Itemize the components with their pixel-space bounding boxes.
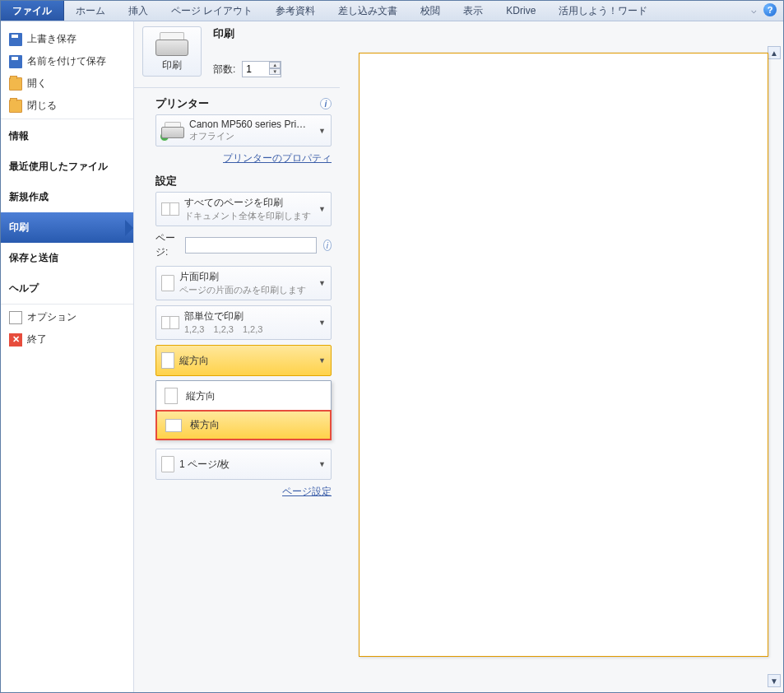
tab-mailings[interactable]: 差し込み文書	[327, 1, 409, 21]
tab-review[interactable]: 校閲	[409, 1, 452, 21]
orientation-option-landscape[interactable]: 横方向	[155, 410, 332, 440]
orientation-landscape-icon	[165, 419, 182, 432]
copies-down-button[interactable]: ▼	[269, 68, 281, 75]
duplex-sub: ページの片面のみを印刷します	[179, 284, 306, 296]
saveas-icon	[9, 55, 22, 68]
sidebar-label: 終了	[27, 333, 47, 346]
ribbon-collapse-icon[interactable]: ⌵	[751, 5, 757, 16]
option-label: 横方向	[190, 418, 220, 432]
print-title: 印刷	[213, 26, 332, 41]
app-root: ファイル ホーム 挿入 ページ レイアウト 参考資料 差し込み文書 校閲 表示 …	[0, 0, 784, 693]
orientation-current: 縦方向	[179, 354, 209, 368]
pages-label: ページ:	[155, 231, 179, 259]
tab-utilize-word[interactable]: 活用しよう！ワード	[547, 1, 659, 21]
page-icon	[161, 275, 174, 291]
sidebar-item-saveas[interactable]: 名前を付けて保存	[1, 50, 133, 72]
print-button[interactable]: 印刷	[142, 26, 202, 77]
options-icon	[9, 311, 22, 324]
print-panel: 印刷 印刷 部数: ▲▼	[134, 21, 340, 692]
sidebar-label: 閉じる	[27, 99, 57, 113]
exit-icon: ✕	[9, 333, 22, 346]
pages-icon	[161, 201, 179, 217]
sidebar-item-print[interactable]: 印刷	[1, 212, 133, 243]
sidebar-label: 名前を付けて保存	[27, 54, 106, 68]
duplex-title: 片面印刷	[179, 270, 306, 284]
ribbon-tabs: ファイル ホーム 挿入 ページ レイアウト 参考資料 差し込み文書 校閲 表示 …	[1, 1, 783, 21]
copies-label: 部数:	[213, 63, 235, 77]
sidebar-label: 開く	[27, 77, 47, 91]
printer-section-title: プリンター i	[155, 96, 332, 111]
preview-page	[359, 53, 768, 657]
sidebar-item-exit[interactable]: ✕終了	[1, 328, 133, 351]
tab-references[interactable]: 参考資料	[264, 1, 327, 21]
printer-dropdown[interactable]: Canon MP560 series Pri… オフライン ▼	[155, 114, 332, 147]
print-preview-area: ▲ ▼	[340, 21, 783, 692]
chevron-down-icon: ▼	[318, 460, 326, 468]
chevron-down-icon: ▼	[318, 205, 326, 213]
backstage-sidebar: 上書き保存 名前を付けて保存 開く 閉じる 情報 最近使用したファイル 新規作成…	[1, 21, 134, 692]
pages-per-sheet-label: 1 ページ/枚	[179, 458, 230, 472]
sidebar-item-options[interactable]: オプション	[1, 306, 133, 328]
preview-scroll-down-button[interactable]: ▼	[768, 674, 781, 687]
sidebar-item-savesend[interactable]: 保存と送信	[1, 243, 133, 273]
orientation-option-portrait[interactable]: 縦方向	[156, 381, 331, 411]
tab-page-layout[interactable]: ページ レイアウト	[160, 1, 264, 21]
orientation-dropdown-list: 縦方向 横方向	[155, 380, 332, 440]
check-icon	[160, 132, 169, 142]
copies-up-button[interactable]: ▲	[269, 62, 281, 68]
info-icon[interactable]: i	[323, 240, 332, 251]
tab-home[interactable]: ホーム	[64, 1, 117, 21]
orientation-portrait-icon	[161, 352, 174, 369]
print-range-title: すべてのページを印刷	[184, 196, 311, 210]
page-setup-link[interactable]: ページ設定	[282, 486, 332, 497]
sidebar-label: オプション	[27, 310, 77, 324]
sidebar-item-close[interactable]: 閉じる	[1, 95, 133, 119]
tab-file[interactable]: ファイル	[1, 1, 64, 21]
info-icon[interactable]: i	[320, 98, 332, 109]
collate-sub: 1,2,3 1,2,3 1,2,3	[184, 323, 262, 336]
settings-section-title: 設定	[155, 174, 332, 188]
save-icon	[9, 33, 22, 46]
tab-view[interactable]: 表示	[452, 1, 494, 21]
pages-input[interactable]	[185, 237, 317, 253]
printer-name: Canon MP560 series Pri…	[189, 119, 306, 130]
sidebar-item-info[interactable]: 情報	[1, 121, 133, 151]
printer-icon	[161, 122, 184, 140]
sidebar-item-recent[interactable]: 最近使用したファイル	[1, 151, 133, 182]
orientation-portrait-icon	[165, 388, 178, 404]
folder-close-icon	[9, 100, 22, 113]
folder-open-icon	[9, 77, 22, 91]
chevron-down-icon: ▼	[318, 279, 326, 287]
preview-scroll-up-button[interactable]: ▲	[768, 46, 781, 59]
sidebar-label: 上書き保存	[27, 32, 77, 46]
page-icon	[161, 456, 174, 472]
sidebar-item-open[interactable]: 開く	[1, 72, 133, 95]
chevron-down-icon: ▼	[318, 319, 326, 327]
tab-kdrive[interactable]: KDrive	[494, 1, 547, 21]
collate-icon	[161, 314, 179, 331]
sidebar-item-save[interactable]: 上書き保存	[1, 28, 133, 50]
collate-title: 部単位で印刷	[184, 309, 262, 323]
duplex-dropdown[interactable]: 片面印刷 ページの片面のみを印刷します ▼	[155, 266, 332, 300]
chevron-down-icon: ▼	[318, 356, 326, 365]
collate-dropdown[interactable]: 部単位で印刷 1,2,3 1,2,3 1,2,3 ▼	[155, 305, 332, 340]
sidebar-item-help[interactable]: ヘルプ	[1, 273, 133, 305]
print-button-label: 印刷	[162, 58, 182, 72]
orientation-dropdown[interactable]: 縦方向 ▼	[155, 345, 332, 376]
printer-properties-link[interactable]: プリンターのプロパティ	[223, 152, 332, 164]
tab-insert[interactable]: 挿入	[117, 1, 160, 21]
print-range-sub: ドキュメント全体を印刷します	[184, 210, 311, 222]
pages-per-sheet-dropdown[interactable]: 1 ページ/枚 ▼	[155, 449, 332, 480]
sidebar-item-new[interactable]: 新規作成	[1, 182, 133, 212]
print-range-dropdown[interactable]: すべてのページを印刷 ドキュメント全体を印刷します ▼	[155, 192, 332, 226]
help-icon[interactable]: ?	[763, 3, 777, 16]
printer-status: オフライン	[189, 130, 306, 142]
printer-large-icon	[155, 32, 188, 57]
option-label: 縦方向	[186, 389, 216, 403]
chevron-down-icon: ▼	[318, 127, 326, 135]
